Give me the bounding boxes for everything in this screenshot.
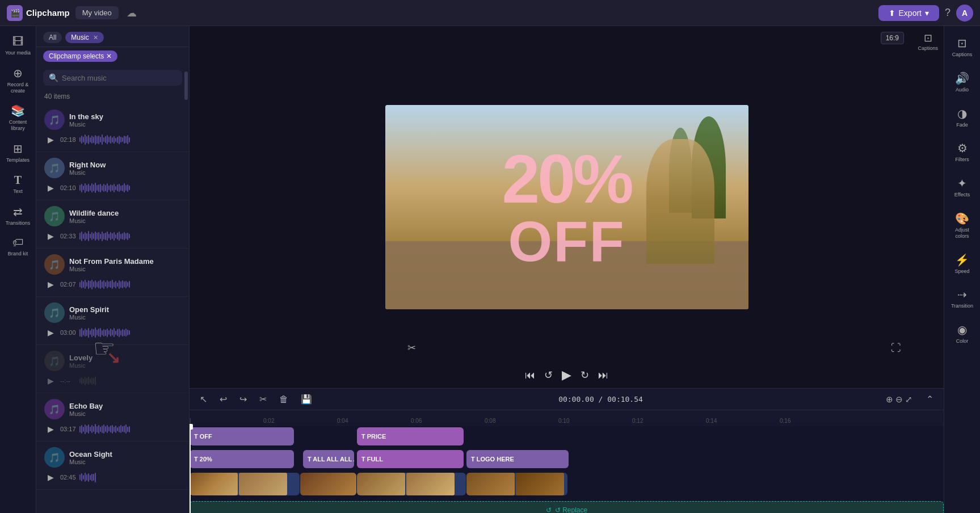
help-button[interactable]: ? <box>945 7 950 19</box>
clip-logo-here[interactable]: T LOGO HERE <box>466 450 569 468</box>
video-clip-4[interactable] <box>466 473 567 495</box>
right-tool-adjust-colors[interactable]: 🎨 Adjust colors <box>947 206 978 245</box>
clip-price[interactable]: T PRICE <box>357 427 464 445</box>
speed-tool-icon: ⚡ <box>955 253 969 267</box>
list-item[interactable]: 🎵 Ocean Sight Music ▶ 02:45 <box>36 441 189 490</box>
zoom-out-button[interactable]: ⊖ <box>895 394 903 405</box>
video-thumb-3 <box>357 473 405 495</box>
sidebar-item-text[interactable]: T Text <box>2 169 34 199</box>
timeline-scroll-area[interactable]: | 0:02 0:04 0:06 0:08 0:10 0:12 0:14 0:1… <box>190 410 944 513</box>
right-tool-color[interactable]: ◉ Color <box>947 317 978 350</box>
clip-20percent[interactable]: T 20% <box>190 450 294 468</box>
sidebar-item-content-library[interactable]: 📚 Content library <box>2 99 34 136</box>
play-button[interactable]: ▶ <box>44 423 57 435</box>
right-tool-audio[interactable]: 🔊 Audio <box>947 66 978 99</box>
right-tool-filters[interactable]: ⚙ Filters <box>947 136 978 169</box>
sidebar-item-templates[interactable]: ⊞ Templates <box>2 137 34 168</box>
save-button[interactable]: 💾 <box>297 392 316 407</box>
play-button[interactable]: ▶ <box>44 182 57 194</box>
play-button[interactable]: ▶ <box>44 375 57 387</box>
list-item[interactable]: 🎵 Open Spirit Music ▶ 03:00 <box>36 297 189 345</box>
zoom-in-button[interactable]: ⊕ <box>886 394 893 405</box>
sidebar-item-your-media[interactable]: 🎞 Your media <box>2 31 34 61</box>
music-thumb: 🎵 <box>44 399 65 419</box>
list-item[interactable]: 🎵 Wildlife dance Music ▶ 02:33 <box>36 200 189 249</box>
ruler-mark-002: 0:02 <box>263 418 274 424</box>
list-item[interactable]: 🎵 In the sky Music ▶ 02:18 <box>36 104 189 152</box>
duration: 02:45 <box>60 474 76 481</box>
list-item[interactable]: 🎵 Not From Paris Madame Music ▶ 02:07 <box>36 249 189 297</box>
video-clip-3[interactable] <box>357 473 466 495</box>
expand-timeline-button[interactable]: ⌃ <box>923 392 937 407</box>
aspect-ratio-button[interactable]: 16:9 <box>881 32 904 44</box>
track-clips-2: T 20% T ALL ALL ALL A T FULL T LOGO HERE <box>190 449 944 469</box>
music-info: Ocean Sight Music <box>69 450 181 465</box>
play-button[interactable]: ▶ <box>44 278 57 291</box>
captions-button[interactable]: ⊡ Captions <box>918 32 938 51</box>
clip-all[interactable]: T ALL ALL ALL A <box>303 450 354 468</box>
video-clip-1[interactable] <box>190 473 300 495</box>
captions-icon: ⊡ <box>924 32 932 44</box>
forward-button[interactable]: ↻ <box>581 369 589 381</box>
sidebar-item-transitions[interactable]: ⇄ Transitions <box>2 200 34 231</box>
preview-area: 16:9 ⊡ Captions <box>190 26 944 388</box>
filter-music-close[interactable]: ✕ <box>93 34 98 41</box>
right-tool-transition[interactable]: ⇢ Transition <box>947 282 978 315</box>
replace-bar[interactable]: ↺ ↺ Replace <box>190 501 944 513</box>
export-button[interactable]: ⬆ Export ▾ <box>878 5 939 21</box>
clip-off[interactable]: T OFF <box>190 427 294 445</box>
video-clip-inner <box>190 473 300 495</box>
play-button[interactable]: ▶ <box>44 471 57 483</box>
undo-button[interactable]: ↩ <box>216 392 230 407</box>
select-tool-button[interactable]: ↖ <box>196 392 211 407</box>
avatar[interactable]: A <box>956 5 973 22</box>
music-title: Ocean Sight <box>69 450 181 459</box>
search-input[interactable] <box>62 74 176 82</box>
music-panel: All Music ✕ Clipchamp selects ✕ 🔍 40 ite… <box>36 26 190 513</box>
playhead-handle[interactable] <box>190 424 193 430</box>
skip-back-button[interactable]: ⏮ <box>525 369 535 381</box>
filter-all[interactable]: All <box>43 32 62 43</box>
music-item-header: 🎵 In the sky Music <box>44 110 181 130</box>
cut-button[interactable]: ✂ <box>256 392 270 407</box>
play-pause-button[interactable]: ▶ <box>562 368 571 382</box>
play-button[interactable]: ▶ <box>44 230 57 242</box>
fit-button[interactable]: ⤢ <box>905 394 912 405</box>
video-overlay: 20% OFF <box>502 145 631 270</box>
clipchamp-selects-chip[interactable]: Clipchamp selects ✕ <box>43 51 117 62</box>
waveform <box>79 182 181 194</box>
sidebar-item-brand-kit[interactable]: 🏷 Brand kit <box>2 232 34 262</box>
content-library-icon: 📚 <box>11 104 25 117</box>
music-thumb: 🎵 <box>44 302 65 323</box>
skip-forward-button[interactable]: ⏭ <box>598 369 608 381</box>
clipchamp-selects-close[interactable]: ✕ <box>106 52 112 60</box>
list-item[interactable]: 🎵 Echo Bay Music ▶ 03:17 <box>36 393 189 441</box>
redo-button[interactable]: ↪ <box>236 392 250 407</box>
sidebar-item-record-create[interactable]: ⊕ Record & create <box>2 62 34 99</box>
speed-tool-label: Speed <box>954 268 969 275</box>
play-button[interactable]: ▶ <box>44 133 57 146</box>
play-button[interactable]: ▶ <box>44 326 57 339</box>
delete-button[interactable]: 🗑 <box>276 392 292 407</box>
music-controls: ▶ --:-- <box>44 375 181 387</box>
waveform <box>79 471 181 483</box>
scrollbar[interactable] <box>184 72 188 100</box>
filter-music[interactable]: Music ✕ <box>65 32 104 43</box>
music-item-header: 🎵 Open Spirit Music <box>44 302 181 323</box>
crop-button[interactable]: ✂ <box>407 342 416 354</box>
list-item[interactable]: 🎵 Lovely Music ▶ --:-- ☞ ↘ <box>36 345 189 393</box>
right-tool-captions[interactable]: ⊡ Captions <box>947 31 978 64</box>
video-thumb <box>190 473 238 495</box>
clip-full[interactable]: T FULL <box>357 450 464 468</box>
right-tool-fade[interactable]: ◑ Fade <box>947 101 978 134</box>
right-tool-speed[interactable]: ⚡ Speed <box>947 247 978 280</box>
right-tool-effects[interactable]: ✦ Effects <box>947 171 978 204</box>
export-chevron: ▾ <box>925 9 929 18</box>
app-logo-icon: 🎬 <box>7 5 23 21</box>
list-item[interactable]: 🎵 Right Now Music ▶ 02:10 <box>36 152 189 200</box>
video-clip-2[interactable] <box>300 473 356 495</box>
fullscreen-button[interactable]: ⛶ <box>891 342 901 354</box>
rewind-button[interactable]: ↺ <box>544 369 553 381</box>
timeline-toolbar: ↖ ↩ ↪ ✂ 🗑 💾 00:00.00 / 00:10.54 ⊕ ⊖ ⤢ ⌃ <box>190 389 944 410</box>
video-title[interactable]: My video <box>75 6 119 19</box>
